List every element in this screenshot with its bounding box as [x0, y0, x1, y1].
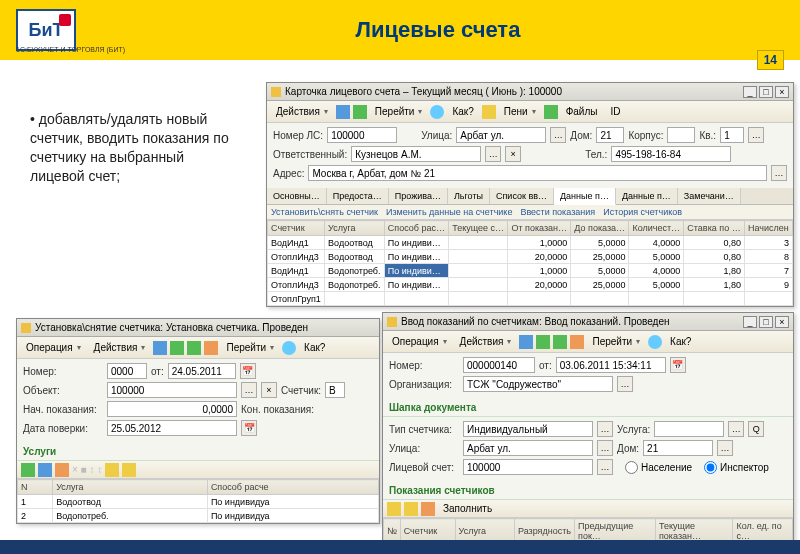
resp-pick[interactable]: … — [485, 146, 501, 162]
table-row[interactable]: ОтоплИнд3ВодоотводПо индиви…20,000025,00… — [268, 250, 793, 264]
how-button[interactable]: Как? — [447, 104, 478, 119]
id-button[interactable]: ID — [605, 104, 625, 119]
add-icon[interactable] — [21, 463, 35, 477]
warn-icon[interactable] — [482, 105, 496, 119]
refresh-icon[interactable] — [353, 105, 367, 119]
tab[interactable]: Льготы — [448, 188, 490, 204]
clip-icon[interactable] — [544, 105, 558, 119]
date-pick[interactable]: 📅 — [240, 363, 256, 379]
ok-icon[interactable] — [536, 335, 550, 349]
ok-icon[interactable] — [170, 341, 184, 355]
meters-table[interactable]: СчетчикУслугаСпособ рас…Текущее с…От пок… — [267, 220, 793, 306]
subbar-link[interactable]: История счетчиков — [603, 207, 682, 217]
num-input[interactable] — [463, 357, 535, 373]
obj-pick[interactable]: … — [241, 382, 257, 398]
korp-input[interactable] — [667, 127, 695, 143]
tab[interactable]: Замечани… — [678, 188, 741, 204]
resp-input[interactable] — [351, 146, 481, 162]
how-button[interactable]: Как? — [665, 334, 696, 349]
tab[interactable]: Список вв… — [490, 188, 554, 204]
date-input[interactable] — [556, 357, 666, 373]
table-row[interactable]: ВодИнд1ВодоотводПо индиви…1,00005,00004,… — [268, 236, 793, 250]
help-icon[interactable] — [282, 341, 296, 355]
org-input[interactable] — [463, 376, 613, 392]
street-pick[interactable]: … — [597, 440, 613, 456]
save-icon[interactable] — [336, 105, 350, 119]
subbar-link[interactable]: Ввести показания — [520, 207, 595, 217]
street-input[interactable] — [456, 127, 546, 143]
addr-pick[interactable]: … — [771, 165, 787, 181]
actions-menu[interactable]: Действия — [89, 340, 151, 355]
goto-menu[interactable]: Перейти — [221, 340, 279, 355]
subbar-link[interactable]: Изменить данные на счетчике — [386, 207, 512, 217]
actions-menu[interactable]: Действия — [271, 104, 333, 119]
op-menu[interactable]: Операция — [387, 334, 452, 349]
sort-icon[interactable] — [387, 502, 401, 516]
ls-input[interactable] — [327, 127, 397, 143]
addr-input[interactable] — [308, 165, 767, 181]
tab[interactable]: Предоста… — [327, 188, 389, 204]
house-pick[interactable]: … — [717, 440, 733, 456]
usl-input[interactable] — [654, 421, 724, 437]
date-input[interactable] — [168, 363, 236, 379]
close-button[interactable]: × — [775, 86, 789, 98]
subbar-link[interactable]: Установить\снять счетчик — [271, 207, 378, 217]
sort2-icon[interactable] — [404, 502, 418, 516]
goto-menu[interactable]: Перейти — [587, 334, 645, 349]
table-row[interactable]: 1ВодоотводПо индивидуа — [18, 495, 379, 509]
post-icon[interactable] — [187, 341, 201, 355]
copy-icon[interactable] — [204, 341, 218, 355]
help-icon[interactable] — [648, 335, 662, 349]
actions-menu[interactable]: Действия — [455, 334, 517, 349]
org-pick[interactable]: … — [617, 376, 633, 392]
type-input[interactable] — [463, 421, 593, 437]
edit-icon[interactable] — [38, 463, 52, 477]
street-input[interactable] — [463, 440, 593, 456]
table-row[interactable]: ОтоплГруп1 — [268, 292, 793, 306]
tel-input[interactable] — [611, 146, 731, 162]
usl-pick[interactable]: … — [728, 421, 744, 437]
kv-input[interactable] — [720, 127, 744, 143]
del-icon[interactable] — [55, 463, 69, 477]
fill-button[interactable]: Заполнить — [438, 501, 497, 516]
radio-population[interactable]: Население — [625, 461, 692, 474]
maximize-button[interactable]: □ — [759, 316, 773, 328]
peni-menu[interactable]: Пени — [499, 104, 541, 119]
cnt-input[interactable] — [325, 382, 345, 398]
ls-pick[interactable]: … — [597, 459, 613, 475]
tab[interactable]: Данные п… — [616, 188, 678, 204]
pov-pick[interactable]: 📅 — [241, 420, 257, 436]
fill-icon[interactable] — [421, 502, 435, 516]
tab[interactable]: Данные п… — [554, 188, 616, 205]
usl-q[interactable]: Q — [748, 421, 764, 437]
sort-za-icon[interactable] — [122, 463, 136, 477]
pov-input[interactable] — [107, 420, 237, 436]
services-table[interactable]: NУслугаСпособ расче 1ВодоотводПо индивид… — [17, 479, 379, 523]
obj-clear[interactable]: × — [261, 382, 277, 398]
radio-inspector[interactable]: Инспектор — [704, 461, 769, 474]
kv-pick[interactable]: … — [748, 127, 764, 143]
nach-input[interactable] — [107, 401, 237, 417]
how-button[interactable]: Как? — [299, 340, 330, 355]
date-pick[interactable]: 📅 — [670, 357, 686, 373]
save-icon[interactable] — [519, 335, 533, 349]
help-icon[interactable] — [430, 105, 444, 119]
op-menu[interactable]: Операция — [21, 340, 86, 355]
table-row[interactable]: ОтоплИнд3Водопотреб.По индиви…20,000025,… — [268, 278, 793, 292]
street-pick[interactable]: … — [550, 127, 566, 143]
minimize-button[interactable]: _ — [743, 316, 757, 328]
house-input[interactable] — [643, 440, 713, 456]
goto-menu[interactable]: Перейти — [370, 104, 428, 119]
close-button[interactable]: × — [775, 316, 789, 328]
resp-clear[interactable]: × — [505, 146, 521, 162]
sort-az-icon[interactable] — [105, 463, 119, 477]
files-button[interactable]: Файлы — [561, 104, 603, 119]
maximize-button[interactable]: □ — [759, 86, 773, 98]
house-input[interactable] — [596, 127, 624, 143]
tab[interactable]: Основны… — [267, 188, 327, 204]
ls-input[interactable] — [463, 459, 593, 475]
table-row[interactable]: 2Водопотреб.По индивидуа — [18, 509, 379, 523]
obj-input[interactable] — [107, 382, 237, 398]
post-icon[interactable] — [553, 335, 567, 349]
table-row[interactable]: ВодИнд1Водопотреб.По индиви…1,00005,0000… — [268, 264, 793, 278]
